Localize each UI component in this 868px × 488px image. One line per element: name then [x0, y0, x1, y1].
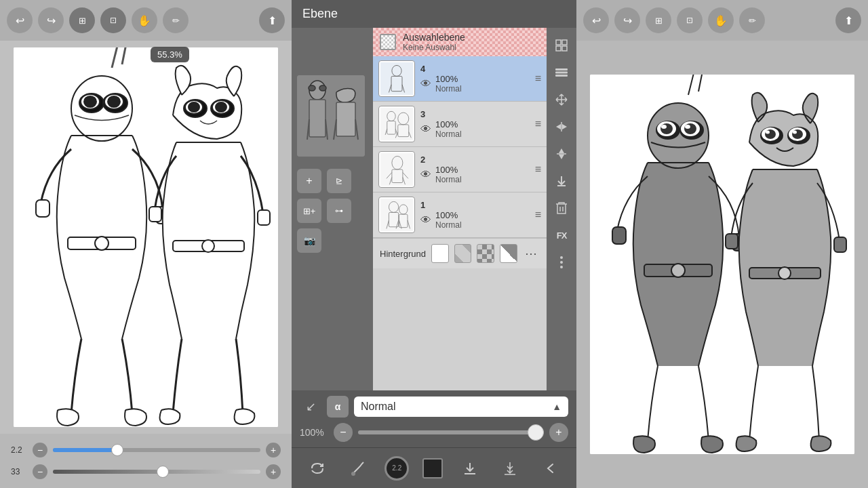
download-button[interactable]: [456, 455, 484, 482]
bg-gray-swatch[interactable]: [454, 244, 472, 263]
layer-panel-header: Ebene: [292, 0, 576, 28]
layer-3-visibility[interactable]: 👁: [420, 123, 431, 136]
side-grid-button[interactable]: [549, 33, 574, 58]
svg-rect-49: [555, 72, 568, 74]
selection-title: Auswahlebene: [403, 32, 540, 43]
back-button[interactable]: [537, 455, 564, 482]
layer-3-mode: Normal: [435, 129, 462, 139]
svg-point-82: [793, 131, 797, 134]
add-group-button[interactable]: ⊞+: [297, 199, 321, 223]
brush-opacity-track[interactable]: [53, 470, 260, 474]
layer-4-mode: Normal: [435, 84, 462, 94]
svg-rect-85: [726, 234, 738, 249]
svg-point-24: [309, 85, 315, 91]
eraser-button[interactable]: ✏: [163, 7, 189, 33]
color-picker-button[interactable]: [422, 458, 443, 479]
download-all-button[interactable]: [496, 455, 524, 482]
svg-rect-44: [556, 40, 561, 45]
layer-1-menu[interactable]: ≡: [535, 209, 541, 221]
svg-point-66: [660, 123, 673, 134]
brush-size-indicator[interactable]: 2.2: [384, 456, 409, 481]
left-canvas[interactable]: [14, 47, 278, 427]
middle-bottom-controls: ↙ α Normal ▲ 100% − +: [292, 390, 576, 447]
mask-button[interactable]: ⊶: [327, 199, 351, 223]
share-button[interactable]: ⬆: [259, 7, 285, 33]
opacity-plus-button[interactable]: +: [549, 423, 568, 442]
layer-1-info: 1 👁 100% Normal: [420, 200, 530, 230]
brush-opacity-slider-row: 33 − +: [11, 464, 281, 479]
right-toolbar: ↩ ↪ ⊞ ⊡ ✋ ✏ ⬆: [576, 0, 868, 41]
layer-2-visibility[interactable]: 👁: [420, 169, 431, 181]
bg-more-button[interactable]: ⋯: [523, 244, 540, 263]
fx-label: FX: [557, 230, 567, 241]
layer-3-info: 3 👁 100% Normal: [420, 109, 530, 139]
layer-1-visibility[interactable]: 👁: [420, 214, 431, 226]
brush-opacity-plus[interactable]: +: [266, 464, 281, 479]
layer-item-4[interactable]: 4 👁 100% Normal ≡: [373, 56, 547, 102]
bg-diag-swatch[interactable]: [500, 244, 517, 263]
svg-point-54: [560, 256, 563, 259]
layer-item-2[interactable]: 2 👁 100% Normal ≡: [373, 147, 547, 192]
hand-button[interactable]: ✋: [132, 7, 157, 33]
svg-rect-26: [309, 100, 326, 137]
svg-point-25: [319, 85, 326, 91]
side-down-button[interactable]: [549, 169, 574, 193]
side-flip-v-button[interactable]: [549, 142, 574, 166]
hintergrund-row: Hintergrund ⋯: [373, 238, 547, 268]
left-canvas-area: [0, 41, 292, 434]
undo-button[interactable]: ↩: [7, 7, 33, 33]
opacity-thumb: [528, 424, 544, 441]
layer-item-1[interactable]: 1 👁 100% Normal ≡: [373, 192, 547, 238]
opacity-minus-button[interactable]: −: [334, 423, 353, 442]
blend-mode-select[interactable]: Normal ▲: [354, 396, 568, 417]
side-fx-button[interactable]: FX: [549, 223, 574, 247]
selection-layer[interactable]: Auswahlebene Keine Auswahl: [373, 28, 547, 56]
svg-point-6: [84, 96, 96, 107]
hintergrund-label: Hintergrund: [380, 249, 426, 259]
alpha-lock-button[interactable]: α: [327, 396, 349, 418]
bg-checker-swatch[interactable]: [477, 244, 494, 263]
side-more-button[interactable]: [549, 250, 574, 274]
right-canvas[interactable]: [590, 75, 854, 454]
opacity-track[interactable]: [358, 430, 544, 434]
side-move-button[interactable]: [549, 87, 574, 112]
add-layer-button[interactable]: +: [297, 169, 321, 193]
camera-button[interactable]: 📷: [297, 228, 321, 253]
bg-white-swatch[interactable]: [431, 244, 449, 263]
middle-panel: Ebene: [292, 0, 576, 488]
side-delete-button[interactable]: [549, 196, 574, 220]
layer-3-menu[interactable]: ≡: [535, 118, 541, 130]
right-share-button[interactable]: ⬆: [835, 7, 861, 33]
right-canvas-area: [576, 41, 868, 488]
transform-button[interactable]: ⊡: [100, 7, 126, 33]
layer-4-thumb: [378, 60, 415, 97]
right-hand-button[interactable]: ✋: [708, 7, 734, 33]
layer-add-buttons: + ⊵ ⊞+ ⊶ 📷: [297, 169, 368, 253]
rotate-tool-button[interactable]: [304, 455, 331, 482]
side-arrange-button[interactable]: [549, 60, 574, 85]
right-layers-button[interactable]: ⊞: [646, 7, 671, 33]
layers-button[interactable]: ⊞: [69, 7, 95, 33]
redo-button[interactable]: ↪: [38, 7, 64, 33]
merge-layers-button[interactable]: ⊵: [327, 169, 351, 193]
layer-4-visibility[interactable]: 👁: [420, 78, 431, 90]
brush-size-track[interactable]: [53, 448, 260, 452]
svg-point-19: [202, 240, 214, 252]
brush-opacity-minus[interactable]: −: [33, 464, 47, 479]
right-transform-button[interactable]: ⊡: [677, 7, 703, 33]
side-flip-h-button[interactable]: [549, 115, 574, 139]
right-redo-button[interactable]: ↪: [614, 7, 640, 33]
brush-size-minus[interactable]: −: [33, 443, 47, 458]
right-undo-button[interactable]: ↩: [583, 7, 609, 33]
layer-right-side: Auswahlebene Keine Auswahl: [373, 28, 547, 390]
brush-tool-button[interactable]: [344, 455, 372, 482]
svg-point-9: [95, 237, 108, 250]
layer-4-menu[interactable]: ≡: [535, 73, 541, 85]
right-eraser-button[interactable]: ✏: [739, 7, 765, 33]
layer-panel-title: Ebene: [302, 7, 338, 20]
opacity-label: 100%: [300, 427, 328, 438]
brush-size-plus[interactable]: +: [266, 443, 281, 458]
layer-2-menu[interactable]: ≡: [535, 163, 541, 176]
layer-down-arrow[interactable]: ↙: [300, 396, 321, 418]
layer-item-3[interactable]: 3 👁 100% Normal ≡: [373, 102, 547, 147]
